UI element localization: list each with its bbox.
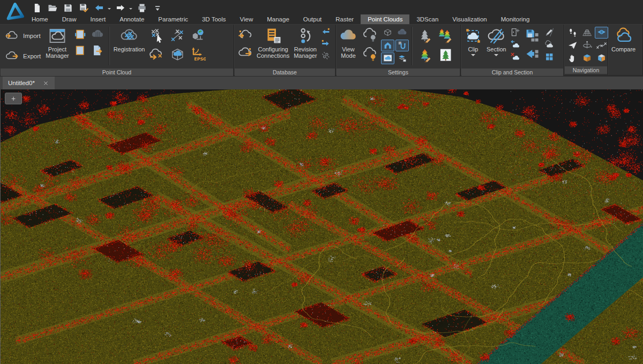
tab-point-clouds[interactable]: Point Clouds (361, 14, 409, 24)
page-export-button[interactable] (89, 43, 106, 58)
spline-net-button[interactable] (595, 40, 608, 51)
cloud-db-export-button[interactable] (236, 44, 254, 61)
tab-parametric[interactable]: Parametric (151, 14, 195, 24)
configuring-connections-button[interactable]: Configuring Connections (255, 26, 291, 69)
cloud-solid-dark-button[interactable] (395, 27, 409, 39)
arrow-left-grid-icon (524, 47, 542, 62)
arrow-export-small-button[interactable] (320, 39, 332, 49)
undo-arrow-dropdown-icon[interactable] (108, 8, 111, 11)
pan-hand-button[interactable] (566, 52, 579, 64)
point-cloud-canvas[interactable] (0, 89, 643, 364)
tab-3dscan[interactable]: 3DScan (409, 14, 445, 24)
cloud-solid-dark-icon (396, 27, 408, 37)
cloud-db-import-icon (236, 28, 253, 42)
grid-flat-blue-button[interactable] (595, 27, 608, 39)
compare-button[interactable]: Compare (610, 26, 637, 69)
arrow-left-grid-button[interactable] (523, 46, 542, 63)
panel-label (609, 69, 642, 74)
cloud-transfer-x-button[interactable] (147, 46, 167, 63)
new-document-button[interactable] (30, 2, 44, 14)
tab-output[interactable]: Output (296, 14, 329, 24)
toolbar-options-button[interactable] (151, 2, 165, 14)
image-cloud-button[interactable] (381, 52, 394, 64)
section-dropdown-icon[interactable] (494, 54, 498, 58)
panel-navigation: Navigation (564, 25, 608, 75)
tab-3d-tools[interactable]: 3D Tools (195, 14, 233, 24)
redo-arrow-button[interactable] (114, 2, 128, 14)
clouds-overlap-small-button[interactable] (543, 39, 556, 50)
clip-dropdown-icon[interactable] (471, 54, 475, 58)
window-grid-blue-icon (544, 52, 556, 62)
close-icon[interactable] (42, 80, 49, 87)
save-as-button[interactable] (77, 2, 91, 14)
tree-green-card-button[interactable] (436, 46, 455, 64)
tab-home[interactable]: Home (25, 14, 55, 24)
tab-annotate[interactable]: Annotate (113, 14, 151, 24)
cloud-x-red-button[interactable] (509, 51, 522, 63)
undo-arrow-button[interactable] (92, 2, 106, 14)
clip-button[interactable]: Clip (462, 26, 484, 69)
cloud-hatched-button[interactable] (89, 27, 106, 42)
tab-raster[interactable]: Raster (328, 14, 361, 24)
new-viewport-button[interactable]: + (5, 93, 22, 104)
cube-color-a-button[interactable] (580, 52, 594, 64)
door-plus-button[interactable] (509, 27, 522, 38)
paste-blue-icon (72, 44, 88, 57)
tab-manage[interactable]: Manage (260, 14, 296, 24)
view-mode-button[interactable]: View Mode (338, 26, 359, 69)
import-button[interactable]: Import (2, 29, 43, 43)
orbit-rotate-button[interactable] (580, 40, 594, 51)
open-folder-button[interactable] (46, 2, 59, 14)
paste-orange-button[interactable] (72, 27, 88, 42)
save-grid-icon (524, 28, 542, 43)
cloud-db-import-button[interactable] (236, 27, 254, 43)
export-button[interactable]: Export (2, 49, 43, 63)
cube-globe-button[interactable] (188, 27, 207, 44)
arrow-import-small-icon (320, 27, 332, 37)
pencil-slash-button[interactable] (543, 27, 556, 38)
arrow-import-small-button[interactable] (320, 27, 332, 37)
tree-color-brush-button[interactable] (415, 46, 435, 64)
section-button[interactable]: Section (485, 26, 508, 69)
document-tab[interactable]: Untitled0* (3, 77, 55, 89)
tree-gray-brush-button[interactable] (415, 27, 435, 45)
save-button[interactable] (61, 2, 75, 14)
project-manager-icon (48, 26, 66, 46)
registration-button[interactable]: Registration (112, 26, 147, 69)
paper-plane-button[interactable] (566, 40, 579, 51)
layers-stack-button[interactable] (395, 52, 409, 64)
redo-arrow-dropdown-icon[interactable] (129, 8, 132, 11)
measure-points-line-button[interactable] (168, 27, 187, 44)
cube-cloud-button[interactable] (168, 46, 187, 63)
app-logo-icon[interactable] (4, 2, 26, 22)
tab-insert[interactable]: Insert (84, 14, 113, 24)
cube-color-b-button[interactable] (595, 52, 608, 64)
persp-grid-button[interactable] (580, 27, 594, 39)
project-manager-button[interactable]: Project Manager (44, 26, 70, 69)
trees-color-brush-button[interactable] (436, 27, 455, 45)
tab-visualization[interactable]: Visualization (445, 14, 494, 24)
cube-wire-button[interactable] (381, 27, 394, 39)
house-arch-button[interactable] (381, 40, 394, 51)
paste-blue-button[interactable] (72, 43, 88, 58)
cloud-arrow-blue-button[interactable] (509, 39, 522, 50)
select-points-cursor-button[interactable] (147, 27, 167, 44)
print-button[interactable] (135, 2, 149, 14)
tab-draw[interactable]: Draw (55, 14, 84, 24)
link-broken-button[interactable] (320, 50, 332, 61)
cloud-arrow-blue-icon (510, 40, 521, 49)
panel-label: Point Cloud (1, 69, 233, 76)
window-grid-blue-button[interactable] (543, 51, 556, 63)
save-grid-button[interactable] (523, 27, 542, 44)
configuring-connections-label: Configuring Connections (257, 46, 289, 59)
spline-net-icon (595, 40, 608, 50)
revision-manager-button[interactable]: Revision Manager (292, 26, 318, 69)
footprints-button[interactable] (566, 27, 579, 39)
cloud-bulb-orange-button[interactable] (360, 46, 380, 64)
paste-orange-icon (72, 28, 88, 41)
epsg-axes-button[interactable]: EPSG (188, 46, 207, 63)
tab-monitoring[interactable]: Monitoring (494, 14, 537, 24)
tab-view[interactable]: View (233, 14, 260, 24)
magnet-snap-button[interactable] (395, 40, 409, 51)
cloud-bulb-gray-button[interactable] (360, 27, 380, 45)
